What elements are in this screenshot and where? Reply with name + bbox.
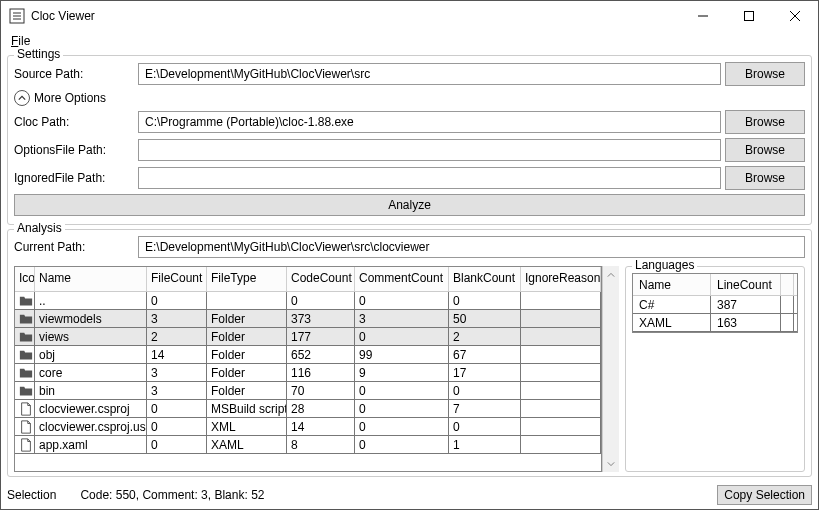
- table-row[interactable]: clocviewer.csproj.us0XML1400: [15, 418, 601, 436]
- cell-commentcount: 0: [355, 400, 449, 417]
- cell-ignorereason: [521, 292, 601, 309]
- folder-icon: [19, 293, 33, 309]
- cell-commentcount: 0: [355, 292, 449, 309]
- table-row[interactable]: bin3Folder7000: [15, 382, 601, 400]
- col-filetype[interactable]: FileType: [207, 267, 287, 291]
- col-name[interactable]: Name: [35, 267, 147, 291]
- cell-filecount: 0: [147, 292, 207, 309]
- table-row[interactable]: views2Folder17702: [15, 328, 601, 346]
- cell-ignorereason: [521, 400, 601, 417]
- folder-icon: [19, 311, 33, 327]
- svg-rect-5: [745, 12, 754, 21]
- cell-name: views: [35, 328, 147, 345]
- cloc-path-input[interactable]: [138, 111, 721, 133]
- cell-filecount: 3: [147, 364, 207, 381]
- cell-filetype: MSBuild script: [207, 400, 287, 417]
- table-row[interactable]: ..0000: [15, 292, 601, 310]
- cell-commentcount: 0: [355, 328, 449, 345]
- lang-linecount: 387: [711, 296, 781, 313]
- cell-ignorereason: [521, 328, 601, 345]
- folder-icon: [19, 347, 33, 363]
- app-icon: [9, 8, 25, 24]
- more-options-toggle[interactable]: More Options: [14, 90, 805, 106]
- ignoredfile-path-input[interactable]: [138, 167, 721, 189]
- cell-name: obj: [35, 346, 147, 363]
- cell-filecount: 0: [147, 418, 207, 435]
- cell-blankcount: 0: [449, 418, 521, 435]
- cell-blankcount: 50: [449, 310, 521, 327]
- cell-commentcount: 99: [355, 346, 449, 363]
- browse-cloc-button[interactable]: Browse: [725, 110, 805, 134]
- languages-legend: Languages: [632, 258, 697, 272]
- table-row[interactable]: obj14Folder6529967: [15, 346, 601, 364]
- col-blankcount[interactable]: BlankCount: [449, 267, 521, 291]
- cell-filetype: Folder: [207, 382, 287, 399]
- cell-codecount: 70: [287, 382, 355, 399]
- files-grid[interactable]: Ico Name FileCount FileType CodeCount Co…: [14, 266, 602, 472]
- col-commentcount[interactable]: CommentCount: [355, 267, 449, 291]
- cell-codecount: 14: [287, 418, 355, 435]
- col-filecount[interactable]: FileCount: [147, 267, 207, 291]
- table-row[interactable]: viewmodels3Folder373350: [15, 310, 601, 328]
- cell-name: viewmodels: [35, 310, 147, 327]
- selection-summary: Code: 550, Comment: 3, Blank: 52: [80, 488, 264, 502]
- cell-commentcount: 0: [355, 382, 449, 399]
- maximize-button[interactable]: [726, 1, 772, 31]
- cell-filetype: [207, 292, 287, 309]
- browse-source-button[interactable]: Browse: [725, 62, 805, 86]
- languages-grid[interactable]: Name LineCount C#387XAML163: [632, 273, 798, 333]
- optionsfile-path-input[interactable]: [138, 139, 721, 161]
- copy-selection-button[interactable]: Copy Selection: [717, 485, 812, 505]
- settings-group: Settings Source Path: Browse More Option…: [7, 55, 812, 225]
- table-row[interactable]: clocviewer.csproj0MSBuild script2807: [15, 400, 601, 418]
- cell-ignorereason: [521, 364, 601, 381]
- analyze-button[interactable]: Analyze: [14, 194, 805, 216]
- cell-codecount: 8: [287, 436, 355, 453]
- source-path-input[interactable]: [138, 63, 721, 85]
- lang-col-linecount[interactable]: LineCount: [711, 274, 781, 295]
- languages-group: Languages Name LineCount C#387XAML163: [625, 266, 805, 472]
- lang-col-name[interactable]: Name: [633, 274, 711, 295]
- cell-filetype: Folder: [207, 328, 287, 345]
- source-path-label: Source Path:: [14, 67, 134, 81]
- cell-commentcount: 0: [355, 436, 449, 453]
- col-icon[interactable]: Ico: [15, 267, 35, 291]
- browse-ignored-button[interactable]: Browse: [725, 166, 805, 190]
- file-icon: [19, 437, 33, 453]
- cell-codecount: 116: [287, 364, 355, 381]
- status-bar: Selection Code: 550, Comment: 3, Blank: …: [1, 481, 818, 509]
- cell-name: ..: [35, 292, 147, 309]
- selection-label: Selection: [7, 488, 56, 502]
- lang-row[interactable]: C#387: [633, 296, 797, 314]
- cloc-path-label: Cloc Path:: [14, 115, 134, 129]
- table-row[interactable]: core3Folder116917: [15, 364, 601, 382]
- cell-filetype: Folder: [207, 310, 287, 327]
- col-ignorereason[interactable]: IgnoreReason: [521, 267, 601, 291]
- lang-name: XAML: [633, 314, 711, 331]
- cell-codecount: 28: [287, 400, 355, 417]
- cell-ignorereason: [521, 436, 601, 453]
- cell-blankcount: 67: [449, 346, 521, 363]
- folder-icon: [19, 365, 33, 381]
- cell-filecount: 2: [147, 328, 207, 345]
- lang-name: C#: [633, 296, 711, 313]
- cell-name: app.xaml: [35, 436, 147, 453]
- cell-filetype: Folder: [207, 346, 287, 363]
- lang-linecount: 163: [711, 314, 781, 331]
- grid-scrollbar[interactable]: [602, 266, 619, 472]
- table-row[interactable]: app.xaml0XAML801: [15, 436, 601, 454]
- scroll-down-icon[interactable]: [603, 455, 619, 472]
- cell-blankcount: 7: [449, 400, 521, 417]
- cell-filecount: 3: [147, 310, 207, 327]
- minimize-button[interactable]: [680, 1, 726, 31]
- col-codecount[interactable]: CodeCount: [287, 267, 355, 291]
- scroll-up-icon[interactable]: [603, 266, 619, 283]
- close-button[interactable]: [772, 1, 818, 31]
- cell-ignorereason: [521, 346, 601, 363]
- current-path-input[interactable]: [138, 236, 805, 258]
- menu-bar: File: [1, 31, 818, 51]
- cell-filetype: Folder: [207, 364, 287, 381]
- browse-options-button[interactable]: Browse: [725, 138, 805, 162]
- cell-codecount: 652: [287, 346, 355, 363]
- lang-row[interactable]: XAML163: [633, 314, 797, 332]
